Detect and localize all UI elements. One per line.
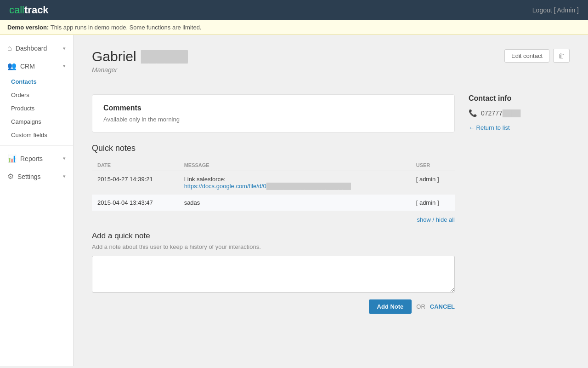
section-divider (92, 83, 570, 83)
navbar: calltrack Logout [ Admin ] (0, 0, 588, 20)
delete-contact-button[interactable]: 🗑 (553, 49, 570, 63)
table-row: 2015-04-27 14:39:21 Link salesforce: htt… (92, 171, 455, 195)
sidebar-item-dashboard[interactable]: ⌂ Dashboard ▾ (0, 40, 73, 57)
col-date: DATE (92, 160, 179, 171)
contact-info-phone: 📞 072777████ (469, 109, 570, 117)
trash-icon: 🗑 (558, 52, 565, 59)
notes-table: DATE MESSAGE USER 2015-04-27 14:39:21 Li… (92, 160, 455, 211)
sidebar: ⌂ Dashboard ▾ 👥 CRM ▾ Contacts Orders Pr… (0, 35, 74, 366)
contact-last-name-blurred: ██████ (141, 50, 188, 63)
table-row: 2015-04-04 13:43:47 sadas [ admin ] (92, 195, 455, 211)
note-date-2: 2015-04-04 13:43:47 (92, 195, 179, 211)
quick-notes-section: Quick notes DATE MESSAGE USER 2015-04-27 (92, 144, 455, 223)
note-date-1: 2015-04-27 14:39:21 (92, 171, 179, 195)
phone-number: 072777████ (481, 109, 520, 117)
contact-info-left: Gabriel ██████ Manager (92, 49, 188, 74)
note-message-1: Link salesforce: https://docs.google.com… (179, 171, 411, 195)
or-label: OR (416, 303, 425, 310)
note-link-1[interactable]: https://docs.google.com/file/d/0████████… (184, 183, 351, 190)
sidebar-reports-label: Reports (20, 155, 43, 162)
show-hide-link[interactable]: show / hide all (417, 216, 455, 223)
brand: calltrack (9, 4, 49, 16)
cancel-button[interactable]: CANCEL (430, 303, 455, 310)
link-blurred: ████████████████████ (266, 183, 351, 190)
layout: ⌂ Dashboard ▾ 👥 CRM ▾ Contacts Orders Pr… (0, 35, 588, 366)
note-textarea[interactable] (92, 256, 455, 293)
note-user-1: [ admin ] (411, 171, 455, 195)
chevron-icon: ▾ (63, 46, 66, 52)
sidebar-crm-label: CRM (20, 63, 35, 70)
home-icon: ⌂ (7, 44, 12, 52)
contact-first-name: Gabriel (92, 49, 136, 64)
phone-visible: 072777 (481, 109, 503, 117)
sidebar-dashboard-label: Dashboard (16, 45, 47, 52)
sidebar-item-crm[interactable]: 👥 CRM ▾ (0, 57, 73, 75)
contact-header: Gabriel ██████ Manager Edit contact 🗑 (92, 49, 570, 74)
phone-icon: 📞 (469, 109, 477, 117)
sidebar-item-products[interactable]: Products (0, 102, 73, 115)
settings-icon: ⚙ (7, 172, 14, 181)
chevron-crm-icon: ▾ (63, 63, 66, 69)
brand-track: track (24, 4, 49, 16)
comments-section: Comments Available only in the morning (92, 94, 455, 132)
sidebar-item-contacts[interactable]: Contacts (0, 75, 73, 88)
col-message: MESSAGE (179, 160, 411, 171)
phone-blurred: ████ (503, 109, 521, 117)
demo-text: This app runs in demo mode. Some functio… (51, 24, 202, 31)
contact-name: Gabriel ██████ (92, 49, 188, 64)
comments-title: Comments (103, 104, 443, 112)
comments-text: Available only in the morning (103, 116, 443, 123)
contact-actions: Edit contact 🗑 (504, 49, 570, 63)
note-actions: Add Note OR CANCEL (92, 299, 455, 314)
add-note-section: Add a quick note Add a note about this u… (92, 231, 455, 314)
demo-banner: Demo version: This app runs in demo mode… (0, 20, 588, 35)
brand-call: call (9, 4, 24, 16)
main-content: Gabriel ██████ Manager Edit contact 🗑 Co… (74, 35, 588, 366)
sidebar-item-settings[interactable]: ⚙ Settings ▾ (0, 167, 73, 185)
content-main: Comments Available only in the morning Q… (92, 94, 455, 314)
notes-table-body: 2015-04-27 14:39:21 Link salesforce: htt… (92, 171, 455, 211)
sidebar-divider (0, 145, 73, 146)
contact-info-sidebar: Contact info 📞 072777████ ← Return to li… (469, 94, 570, 314)
chevron-settings-icon: ▾ (63, 173, 66, 179)
sidebar-item-orders[interactable]: Orders (0, 88, 73, 102)
return-to-list-link[interactable]: ← Return to list (469, 124, 510, 131)
sidebar-item-reports[interactable]: 📊 Reports ▾ (0, 150, 73, 167)
add-note-button[interactable]: Add Note (369, 299, 412, 314)
content-with-sidebar: Comments Available only in the morning Q… (92, 94, 570, 314)
chevron-reports-icon: ▾ (63, 155, 66, 161)
sidebar-item-custom-fields[interactable]: Custom fields (0, 128, 73, 142)
col-user: USER (411, 160, 455, 171)
demo-bold: Demo version: (7, 24, 49, 31)
note-user-2: [ admin ] (411, 195, 455, 211)
add-note-desc: Add a note about this user to keep a his… (92, 243, 455, 250)
logout-button[interactable]: Logout [ Admin ] (532, 6, 579, 14)
sidebar-item-campaigns[interactable]: Campaigns (0, 115, 73, 128)
show-hide-all: show / hide all (92, 216, 455, 223)
sidebar-settings-label: Settings (17, 173, 41, 180)
quick-notes-title: Quick notes (92, 144, 455, 153)
reports-icon: 📊 (7, 154, 17, 163)
crm-icon: 👥 (7, 62, 17, 70)
edit-contact-button[interactable]: Edit contact (504, 49, 549, 63)
notes-table-header: DATE MESSAGE USER (92, 160, 455, 171)
add-note-title: Add a quick note (92, 231, 455, 241)
contact-info-title: Contact info (469, 94, 570, 103)
crm-submenu: Contacts Orders Products Campaigns Custo… (0, 75, 73, 142)
note-message-2: sadas (179, 195, 411, 211)
contact-role: Manager (92, 66, 188, 74)
